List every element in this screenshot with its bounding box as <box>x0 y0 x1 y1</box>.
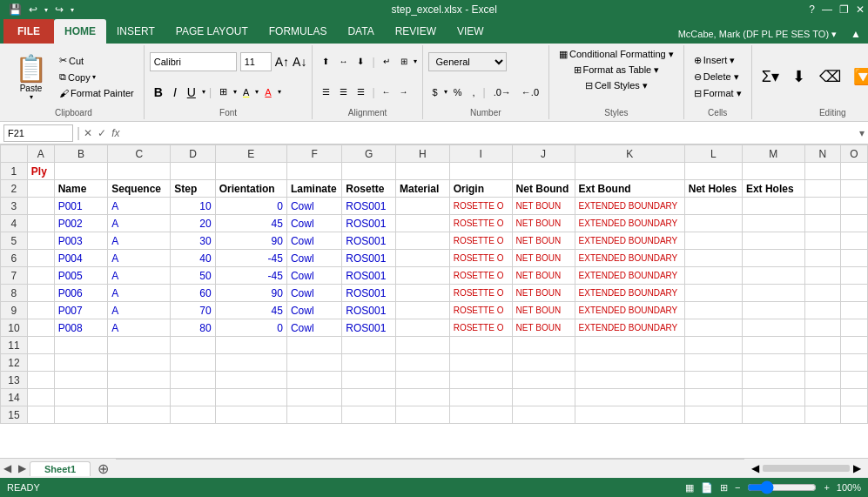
cell[interactable] <box>804 302 840 319</box>
delete-btn[interactable]: ⊖ Delete ▾ <box>690 70 746 84</box>
cell[interactable]: ROSETTE O <box>449 285 512 302</box>
tab-view[interactable]: VIEW <box>447 19 495 44</box>
page-break-view-btn[interactable]: ⊞ <box>720 482 728 494</box>
cell[interactable] <box>27 389 54 406</box>
merge-center-btn[interactable]: ⊞ <box>396 55 412 69</box>
cell[interactable] <box>449 372 512 389</box>
cell[interactable]: 30 <box>171 232 215 250</box>
name-box[interactable] <box>3 124 73 142</box>
cell[interactable]: ROSETTE O <box>449 215 512 232</box>
col-header-i[interactable]: I <box>449 145 512 163</box>
cell[interactable]: P005 <box>54 267 108 285</box>
cell[interactable] <box>395 372 449 389</box>
cell[interactable]: A <box>108 215 171 232</box>
cell[interactable]: Laminate <box>286 180 341 198</box>
col-header-b[interactable]: B <box>54 145 108 163</box>
tab-formulas[interactable]: FORMULAS <box>259 19 338 44</box>
cell[interactable]: 0 <box>215 198 286 215</box>
row-header-15[interactable]: 15 <box>1 406 28 424</box>
cell[interactable] <box>575 372 684 389</box>
cell[interactable]: A <box>108 250 171 267</box>
cell[interactable]: Sequence <box>108 180 171 198</box>
tab-file[interactable]: FILE <box>3 19 54 44</box>
formula-input[interactable] <box>124 127 857 139</box>
help-btn[interactable]: ? <box>809 3 815 16</box>
cell[interactable] <box>840 163 867 180</box>
cell[interactable] <box>742 250 804 267</box>
cell[interactable] <box>840 198 867 215</box>
cell[interactable] <box>395 232 449 250</box>
cell[interactable]: EXTENDED BOUNDARY <box>575 232 684 250</box>
cell[interactable]: EXTENDED BOUNDARY <box>575 198 684 215</box>
cell[interactable] <box>342 337 396 354</box>
format-as-table-btn[interactable]: ⊞ Format as Table ▾ <box>569 63 664 77</box>
cell[interactable] <box>215 354 286 372</box>
align-right-btn[interactable]: ☰ <box>353 85 368 99</box>
cell[interactable]: ROS001 <box>342 302 396 319</box>
cell[interactable] <box>684 406 742 424</box>
cell[interactable] <box>742 389 804 406</box>
align-top-btn[interactable]: ⬆ <box>318 55 333 69</box>
customize-quick-btn[interactable]: ▾ <box>69 5 76 15</box>
tab-review[interactable]: REVIEW <box>385 19 447 44</box>
cell[interactable] <box>840 372 867 389</box>
cell[interactable]: A <box>108 198 171 215</box>
cell[interactable] <box>840 267 867 285</box>
h-scrollbar[interactable] <box>763 465 850 472</box>
cell[interactable] <box>742 198 804 215</box>
cell[interactable] <box>27 267 54 285</box>
cell[interactable] <box>108 389 171 406</box>
cell[interactable] <box>395 215 449 232</box>
cell[interactable] <box>804 215 840 232</box>
sum-btn[interactable]: Σ▾ <box>757 47 784 106</box>
cell[interactable] <box>342 406 396 424</box>
cell[interactable]: NET BOUN <box>512 215 575 232</box>
close-btn[interactable]: ✕ <box>856 3 865 16</box>
cell[interactable]: Origin <box>449 180 512 198</box>
cell[interactable] <box>684 285 742 302</box>
cell[interactable]: NET BOUN <box>512 285 575 302</box>
cell[interactable] <box>840 250 867 267</box>
cell[interactable] <box>395 250 449 267</box>
cell[interactable]: Ply <box>27 163 54 180</box>
cell[interactable] <box>804 372 840 389</box>
cell[interactable]: P006 <box>54 285 108 302</box>
row-header-3[interactable]: 3 <box>1 198 28 215</box>
cell[interactable] <box>840 232 867 250</box>
cell[interactable] <box>342 389 396 406</box>
cell[interactable]: A <box>108 267 171 285</box>
border-button[interactable]: ⊞ <box>215 84 232 99</box>
increase-decimal-btn[interactable]: .0→ <box>489 85 515 99</box>
cell[interactable] <box>742 354 804 372</box>
cell[interactable]: ROS001 <box>342 285 396 302</box>
col-header-n[interactable]: N <box>804 145 840 163</box>
cell[interactable] <box>171 163 215 180</box>
cell[interactable] <box>575 337 684 354</box>
cut-button[interactable]: ✂ Cut <box>55 53 138 68</box>
sort-filter-btn[interactable]: 🔽 <box>849 47 868 106</box>
cell[interactable]: A <box>108 285 171 302</box>
cell[interactable]: A <box>108 232 171 250</box>
cell[interactable] <box>840 215 867 232</box>
paste-button[interactable]: 📋 Paste ▾ <box>9 47 53 106</box>
cell[interactable] <box>684 302 742 319</box>
underline-button[interactable]: U <box>183 84 200 100</box>
cell[interactable] <box>27 250 54 267</box>
cell[interactable] <box>840 337 867 354</box>
cell[interactable] <box>286 337 341 354</box>
cell[interactable]: Cowl <box>286 198 341 215</box>
undo-quick-btn[interactable]: ↩ <box>27 3 39 17</box>
cell[interactable] <box>840 389 867 406</box>
cancel-formula-btn[interactable]: ✕ <box>84 127 92 139</box>
paste-dropdown-icon[interactable]: ▾ <box>30 93 33 101</box>
cell[interactable] <box>512 354 575 372</box>
col-header-k[interactable]: K <box>575 145 684 163</box>
cell[interactable] <box>27 302 54 319</box>
cell[interactable] <box>108 406 171 424</box>
fill-btn[interactable]: ⬇ <box>787 47 811 106</box>
cell[interactable] <box>804 163 840 180</box>
cell[interactable] <box>742 163 804 180</box>
fill-color-button[interactable]: A <box>239 85 253 99</box>
cell[interactable] <box>286 372 341 389</box>
cell[interactable]: 80 <box>171 319 215 337</box>
